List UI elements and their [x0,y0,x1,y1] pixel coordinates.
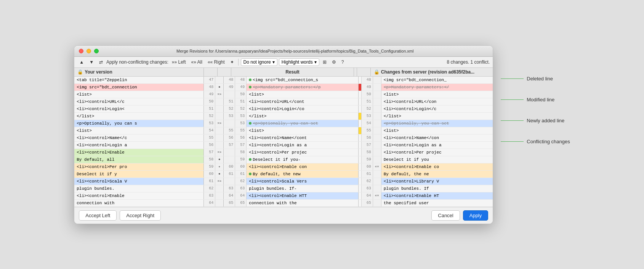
maximize-button[interactable] [94,49,99,53]
window-title: Merge Revisions for /Users/anna.gasparya… [102,49,488,53]
toolbar: ▲ ▼ ⇄ Apply non-conflicting changes: »» … [74,57,493,68]
diff-rows-container: <tab title="Zeppelin474848<img src="bdt_… [74,77,493,207]
table-row: <li><control>Login<515252 <li><control>L… [74,106,493,113]
table-row: <img src="bdt_connection48●4949<p>Mandat… [74,84,493,91]
apply-non-conflicting-label: Apply non-conflicting changes: [106,59,168,65]
table-row: <li><control>Enable636464 <li><control>E… [74,192,493,200]
legend-modified-line [501,99,524,100]
table-row: By default, all58●59 Deselect it if you-… [74,156,493,163]
accept-left-button[interactable]: Accept Left [79,210,117,221]
highlight-words-dropdown[interactable]: Highlight words ▾ [279,58,319,66]
legend-added-line [501,120,524,121]
lock-icon-right: 🔒 [374,69,380,75]
do-not-ignore-dropdown[interactable]: Do not ignore ▾ [241,58,277,66]
table-row: <li><control>Enable57×»58 <li><control>P… [74,149,493,156]
apply-all-button[interactable]: «» All [189,58,204,66]
table-row: Deselect it if y60●6161 By default, the … [74,171,493,178]
cancel-button[interactable]: Cancel [431,210,460,221]
right-column-header: 🔒 Changes from server (revision ad635f2b… [371,68,493,76]
legend: Deleted line Modified line Newly added l… [501,45,570,144]
close-button[interactable] [79,49,83,53]
table-row: <li><control>URL</c505151 <li><control>U… [74,98,493,106]
legend-added: Newly added line [501,118,570,123]
help-button[interactable]: ? [340,58,346,66]
lock-icon-left: 🔒 [77,69,83,75]
legend-modified: Modified line [501,97,570,102]
navigate-up-button[interactable]: ▲ [77,58,86,66]
table-row: <tab title="Zeppelin474848<img src="bdt_… [74,77,493,84]
table-row: <p>Optionally, you can s53×»53<p>Optiona… [74,120,493,127]
table-row: <li><control>Name</c555656 <li><control>… [74,134,493,142]
changes-count: 8 changes. 1 conflict. [447,59,490,65]
legend-conflicting-line [501,141,524,142]
table-row: </list>525353</list>53</list> [74,113,493,120]
apply-right-button[interactable]: «« Right [206,58,227,66]
footer: Accept Left Accept Right Cancel Apply [74,207,493,224]
column-headers: 🔒 Your version Result 🔒 Changes from ser… [74,68,493,77]
apply-left-button[interactable]: »» Left [170,58,188,66]
sync-button[interactable]: ⇄ [97,58,105,66]
separator1 [238,59,239,66]
magic-button[interactable]: ✦ [228,58,236,66]
middle-column-header: Result [231,68,354,76]
table-row: <li><control>Per pro59✦6060 <li><control… [74,163,493,171]
accept-right-button[interactable]: Accept Right [120,210,161,221]
minimize-button[interactable] [87,49,91,53]
table-row: connection with646565 connection with th… [74,200,493,207]
legend-conflicting: Conflicting changes [501,139,570,144]
left-column-header: 🔒 Your version [74,68,204,76]
merge-window: Merge Revisions for /Users/anna.gasparya… [74,45,493,224]
legend-deleted-line [501,78,524,79]
navigate-down-button[interactable]: ▼ [87,58,96,66]
apply-button[interactable]: Apply [463,210,489,221]
titlebar: Merge Revisions for /Users/anna.gasparya… [74,46,493,57]
settings-button[interactable]: ⚙ [330,58,338,66]
table-row: <li><control>Login a565757 <li><control>… [74,142,493,149]
table-row: <li><control>Scala V61×»62 <li><control>… [74,178,493,185]
table-row: plugin bundles.626363 plugin bundles. If… [74,185,493,192]
table-row: <list>49×»50<list>50<list> [74,91,493,98]
legend-deleted: Deleted line [501,76,570,82]
columns-button[interactable]: ⊞ [321,58,328,66]
table-row: <list>545555<list>55<list> [74,127,493,134]
